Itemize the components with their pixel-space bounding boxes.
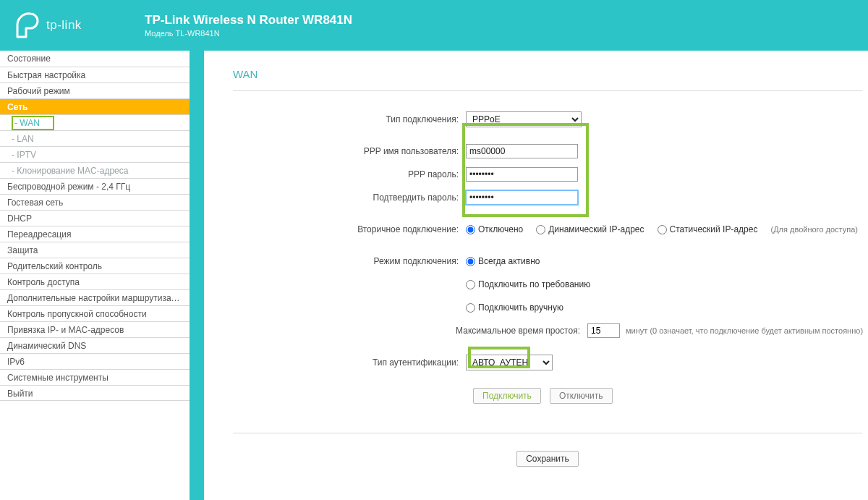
radio-mode-manual[interactable] (466, 303, 475, 313)
sidebar: СостояниеБыстрая настройкаРабочий режимС… (0, 51, 190, 500)
hint-secondary: (Для двойного доступа) (770, 225, 858, 234)
radio-label-secondary-static: Статический IP-адрес (670, 224, 758, 234)
nav-item-1[interactable]: Быстрая настройка (0, 67, 190, 82)
radio-label-mode-demand: Подключить по требованию (478, 279, 590, 289)
nav-item-21[interactable]: Выйти (0, 385, 190, 401)
input-ppp-password-confirm[interactable] (466, 190, 578, 205)
nav-item-4[interactable]: - WAN (0, 114, 190, 130)
nav-item-3[interactable]: Сеть (0, 98, 190, 114)
brand-text: tp-link (46, 18, 82, 33)
label-ppp-user: PPP имя пользователя: (233, 146, 466, 156)
divider (233, 433, 862, 433)
select-connection-type[interactable]: PPPoE (466, 111, 582, 127)
nav-item-13[interactable]: Родительский контроль (0, 258, 190, 274)
nav-item-12[interactable]: Защита (0, 242, 190, 258)
nav-highlight-wan: - WAN (12, 116, 54, 130)
nav-item-11[interactable]: Переадресация (0, 226, 190, 242)
label-auth-type: Тип аутентификации: (233, 357, 466, 368)
radio-label-mode-manual: Подключить вручную (478, 302, 563, 313)
nav-item-18[interactable]: Динамический DNS (0, 337, 190, 353)
nav-item-0[interactable]: Состояние (0, 51, 190, 67)
save-button[interactable]: Сохранить (516, 451, 579, 467)
disconnect-button[interactable]: Отключить (550, 388, 613, 404)
header: tp-link TP-Link Wireless N Router WR841N… (0, 0, 868, 51)
nav-item-2[interactable]: Рабочий режим (0, 82, 190, 98)
label-connection-mode: Режим подключения: (233, 256, 466, 266)
nav-item-16[interactable]: Контроль пропускной способности (0, 305, 190, 321)
vertical-divider (190, 51, 204, 500)
label-connection-type: Тип подключения: (233, 114, 466, 124)
label-idle-time: Максимальное время простоя: (233, 326, 587, 336)
nav-item-19[interactable]: IPv6 (0, 353, 190, 369)
hint-idle-time: минут (0 означает, что подключение будет… (626, 326, 863, 335)
nav-item-8[interactable]: Беспроводной режим - 2,4 ГГц (0, 178, 190, 194)
select-auth-type[interactable]: АВТО_АУТЕН (466, 355, 553, 370)
radio-mode-always[interactable] (466, 257, 475, 266)
nav-item-7[interactable]: - Клонирование MAC-адреса (0, 162, 190, 178)
input-ppp-user[interactable] (466, 144, 578, 158)
input-ppp-password[interactable] (466, 167, 578, 182)
nav-item-14[interactable]: Контроль доступа (0, 274, 190, 289)
radio-secondary-static[interactable] (658, 225, 667, 234)
radio-secondary-dynamic[interactable] (536, 225, 545, 234)
nav-item-17[interactable]: Привязка IP- и MAC-адресов (0, 321, 190, 337)
input-idle-time[interactable] (587, 323, 620, 338)
nav-item-15[interactable]: Дополнительные настройки маршрутизации (0, 289, 190, 305)
brand-logo: tp-link (14, 12, 130, 38)
device-model: Модель TL-WR841N (145, 29, 352, 38)
radio-label-mode-always: Всегда активно (478, 256, 540, 266)
label-secondary-connection: Вторичное подключение: (233, 224, 466, 234)
divider (233, 90, 862, 91)
connect-button[interactable]: Подключить (473, 388, 541, 404)
device-title: TP-Link Wireless N Router WR841N (145, 13, 352, 27)
label-ppp-password: PPP пароль: (233, 169, 466, 179)
page-title: WAN (233, 68, 868, 80)
nav-item-5[interactable]: - LAN (0, 130, 190, 146)
tp-link-logo-icon (14, 12, 41, 38)
nav-item-20[interactable]: Системные инструменты (0, 369, 190, 385)
radio-mode-demand[interactable] (466, 280, 475, 289)
radio-label-secondary-dynamic: Динамический IP-адрес (548, 224, 644, 234)
nav-item-9[interactable]: Гостевая сеть (0, 194, 190, 210)
radio-label-secondary-off: Отключено (478, 224, 523, 234)
main-content: WAN Тип подключения: PPPoE PPP имя польз… (204, 51, 868, 500)
nav-item-6[interactable]: - IPTV (0, 146, 190, 162)
nav-item-10[interactable]: DHCP (0, 210, 190, 226)
label-ppp-password-confirm: Подтвердить пароль: (233, 192, 466, 203)
radio-secondary-off[interactable] (466, 225, 475, 234)
